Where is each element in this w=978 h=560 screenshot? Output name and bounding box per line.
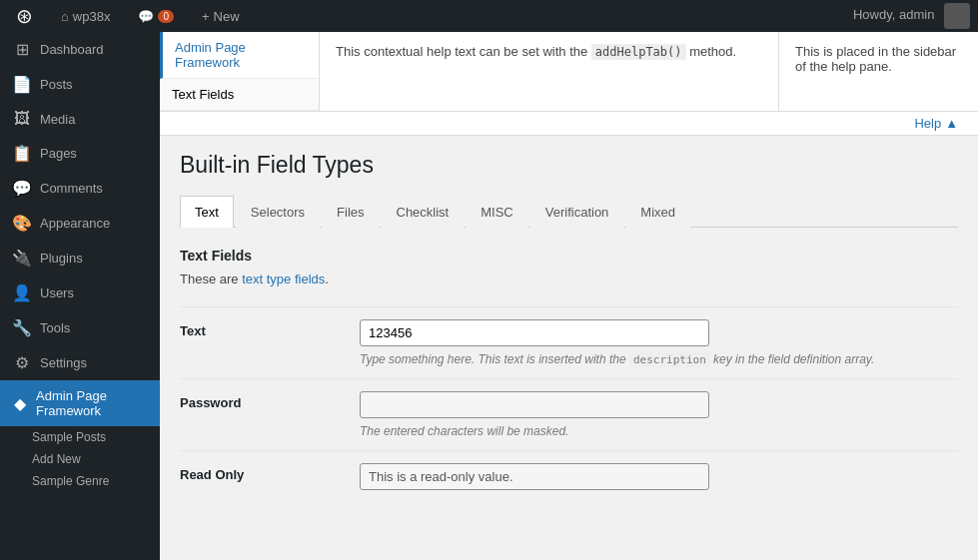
- sidebar-sub-add-new[interactable]: Add New: [0, 448, 160, 470]
- main-content: Admin Page Framework Text Fields This co…: [160, 32, 978, 560]
- comments-icon: 💬: [138, 9, 154, 24]
- section-desc-suffix: .: [325, 272, 329, 286]
- field-input-area-password: The entered characters will be masked.: [360, 391, 958, 438]
- field-label-password: Password: [180, 391, 360, 410]
- sidebar-item-users[interactable]: 👤 Users: [0, 276, 160, 310]
- tab-checklist[interactable]: Checklist: [382, 196, 465, 228]
- readonly-input: [360, 463, 709, 490]
- field-desc-password: The entered characters will be masked.: [360, 424, 958, 438]
- section-title: Text Fields: [180, 248, 958, 264]
- howdy-text: Howdy, admin: [853, 3, 970, 29]
- help-sidebar-pane: This is placed in the sidebar of the hel…: [778, 32, 978, 111]
- site-home-icon: ⌂: [61, 9, 69, 24]
- field-row-text: Text Type something here. This text is i…: [180, 306, 958, 378]
- help-tab-content: This contextual help text can be set wit…: [320, 32, 778, 111]
- sidebar-item-pages[interactable]: 📋 Pages: [0, 136, 160, 171]
- comments-count-badge: 0: [158, 10, 174, 23]
- page-title: Built-in Field Types: [180, 152, 958, 179]
- settings-icon: ⚙: [12, 353, 32, 372]
- sidebar-media-label: Media: [40, 112, 75, 127]
- help-toggle-button[interactable]: Help ▲: [914, 116, 958, 131]
- sidebar-users-label: Users: [40, 285, 74, 300]
- sidebar-item-dashboard[interactable]: ⊞ Dashboard: [0, 32, 160, 67]
- new-content-button[interactable]: + New: [194, 0, 248, 32]
- tab-verification[interactable]: Verification: [530, 196, 624, 228]
- help-sidebar-text: This is placed in the sidebar of the hel…: [795, 44, 962, 74]
- tools-icon: 🔧: [12, 318, 32, 337]
- help-toggle-bar: Help ▲: [160, 112, 978, 136]
- tab-mixed[interactable]: Mixed: [625, 196, 690, 228]
- pages-icon: 📋: [12, 144, 32, 163]
- comments-icon: 💬: [12, 179, 32, 198]
- content-area: Built-in Field Types Text Selectors File…: [160, 136, 978, 518]
- sidebar-tools-label: Tools: [40, 320, 70, 335]
- field-label-readonly: Read Only: [180, 463, 360, 482]
- password-input[interactable]: [360, 391, 709, 418]
- help-tab-apf[interactable]: Admin Page Framework: [160, 32, 319, 79]
- sidebar-sub-sample-genre[interactable]: Sample Genre: [0, 470, 160, 492]
- dashboard-icon: ⊞: [12, 40, 32, 59]
- plus-icon: +: [202, 9, 210, 24]
- tab-selectors[interactable]: Selectors: [236, 196, 320, 228]
- sidebar-plugins-label: Plugins: [40, 251, 83, 266]
- wp-logo-icon[interactable]: ⊛: [8, 4, 41, 28]
- new-label: New: [214, 9, 240, 24]
- tab-misc[interactable]: MISC: [466, 196, 528, 228]
- sidebar-item-settings[interactable]: ⚙ Settings: [0, 345, 160, 380]
- posts-icon: 📄: [12, 75, 32, 94]
- sidebar-item-plugins[interactable]: 🔌 Plugins: [0, 241, 160, 276]
- plugins-icon: 🔌: [12, 249, 32, 268]
- appearance-icon: 🎨: [12, 214, 32, 233]
- help-tab-sidebar: Admin Page Framework Text Fields: [160, 32, 320, 111]
- help-toggle-label: Help: [914, 116, 941, 131]
- admin-avatar: [944, 3, 970, 29]
- site-name-label: wp38x: [73, 9, 111, 24]
- tab-text[interactable]: Text: [180, 196, 234, 228]
- sidebar-dashboard-label: Dashboard: [40, 42, 104, 57]
- sidebar-pages-label: Pages: [40, 146, 77, 161]
- field-label-text: Text: [180, 319, 360, 338]
- apf-icon: ◆: [12, 394, 28, 413]
- section-desc-prefix: These are: [180, 272, 242, 286]
- site-name-link[interactable]: ⌂ wp38x: [53, 0, 118, 32]
- sidebar-item-apf[interactable]: ◆ Admin Page Framework: [0, 380, 160, 426]
- sidebar-comments-label: Comments: [40, 181, 103, 196]
- sidebar-item-media[interactable]: 🖼 Media: [0, 102, 160, 136]
- sidebar-item-tools[interactable]: 🔧 Tools: [0, 310, 160, 345]
- tabs-bar: Text Selectors Files Checklist MISC Veri…: [180, 195, 958, 228]
- field-desc-text: Type something here. This text is insert…: [360, 352, 958, 366]
- text-input[interactable]: [360, 319, 709, 346]
- sidebar-apf-label: Admin Page Framework: [36, 388, 148, 418]
- users-icon: 👤: [12, 283, 32, 302]
- sidebar-item-appearance[interactable]: 🎨 Appearance: [0, 206, 160, 241]
- field-input-area-text: Type something here. This text is insert…: [360, 319, 958, 366]
- section-desc: These are text type fields.: [180, 272, 958, 286]
- howdy-label: Howdy, admin: [853, 7, 934, 22]
- description-code: description: [629, 352, 710, 367]
- help-toggle-icon: ▲: [945, 116, 958, 131]
- sidebar-item-posts[interactable]: 📄 Posts: [0, 67, 160, 102]
- tab-files[interactable]: Files: [322, 196, 379, 228]
- sidebar: ⊞ Dashboard 📄 Posts 🖼 Media 📋 Pages 💬 Co…: [0, 32, 160, 560]
- field-row-password: Password The entered characters will be …: [180, 378, 958, 450]
- field-row-readonly: Read Only: [180, 450, 958, 502]
- help-panel: Admin Page Framework Text Fields This co…: [160, 32, 978, 112]
- text-type-link[interactable]: text type fields: [242, 272, 325, 286]
- sidebar-sub-sample-posts[interactable]: Sample Posts: [0, 426, 160, 448]
- help-tab-text-fields[interactable]: Text Fields: [160, 79, 319, 111]
- help-code-snippet: addHelpTab(): [591, 44, 686, 60]
- comments-link[interactable]: 💬 0: [130, 0, 182, 32]
- top-bar: ⊛ ⌂ wp38x 💬 0 + New Howdy, admin: [0, 0, 978, 32]
- media-icon: 🖼: [12, 110, 32, 128]
- help-content-text: This contextual help text can be set wit…: [336, 44, 762, 59]
- sidebar-appearance-label: Appearance: [40, 216, 110, 231]
- sidebar-posts-label: Posts: [40, 77, 73, 92]
- sidebar-settings-label: Settings: [40, 355, 87, 370]
- field-input-area-readonly: [360, 463, 958, 490]
- sidebar-item-comments[interactable]: 💬 Comments: [0, 171, 160, 206]
